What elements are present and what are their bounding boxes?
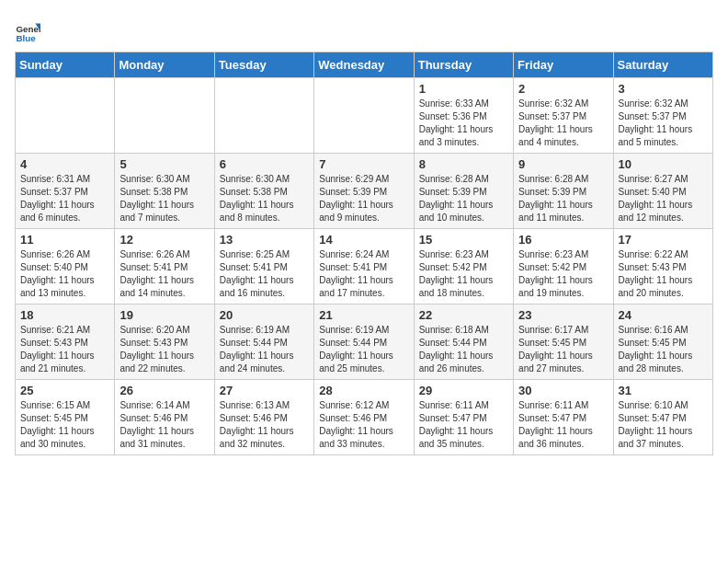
day-info: Sunrise: 6:24 AM Sunset: 5:41 PM Dayligh… [319,248,408,300]
day-info: Sunrise: 6:28 AM Sunset: 5:39 PM Dayligh… [419,173,508,224]
day-info: Sunrise: 6:23 AM Sunset: 5:42 PM Dayligh… [419,248,508,300]
calendar-table: SundayMondayTuesdayWednesdayThursdayFrid… [15,52,713,455]
header-cell-wednesday: Wednesday [314,52,414,78]
calendar-cell: 9Sunrise: 6:28 AM Sunset: 5:39 PM Daylig… [514,154,613,229]
calendar-week-row: 1Sunrise: 6:33 AM Sunset: 5:36 PM Daylig… [16,78,713,154]
day-info: Sunrise: 6:18 AM Sunset: 5:44 PM Dayligh… [419,324,508,375]
calendar-cell: 26Sunrise: 6:14 AM Sunset: 5:46 PM Dayli… [115,380,214,455]
calendar-cell: 12Sunrise: 6:26 AM Sunset: 5:41 PM Dayli… [115,229,214,304]
day-number: 20 [220,308,309,322]
calendar-cell: 22Sunrise: 6:18 AM Sunset: 5:44 PM Dayli… [414,304,513,380]
header-row: SundayMondayTuesdayWednesdayThursdayFrid… [16,52,713,78]
day-info: Sunrise: 6:32 AM Sunset: 5:37 PM Dayligh… [518,98,608,149]
day-number: 9 [518,157,608,171]
day-info: Sunrise: 6:26 AM Sunset: 5:40 PM Dayligh… [20,248,109,300]
day-info: Sunrise: 6:17 AM Sunset: 5:45 PM Dayligh… [518,324,608,375]
day-info: Sunrise: 6:21 AM Sunset: 5:43 PM Dayligh… [20,324,109,375]
calendar-cell: 2Sunrise: 6:32 AM Sunset: 5:37 PM Daylig… [514,78,613,154]
day-number: 27 [220,384,309,397]
calendar-week-row: 11Sunrise: 6:26 AM Sunset: 5:40 PM Dayli… [16,229,713,304]
day-number: 14 [319,233,408,247]
calendar-cell [16,78,115,154]
calendar-cell [314,78,414,154]
day-number: 6 [220,157,309,171]
calendar-cell: 28Sunrise: 6:12 AM Sunset: 5:46 PM Dayli… [314,380,414,455]
calendar-cell: 11Sunrise: 6:26 AM Sunset: 5:40 PM Dayli… [16,229,115,304]
day-number: 11 [20,233,109,247]
day-info: Sunrise: 6:31 AM Sunset: 5:37 PM Dayligh… [20,173,109,224]
calendar-cell: 15Sunrise: 6:23 AM Sunset: 5:42 PM Dayli… [414,229,513,304]
calendar-week-row: 18Sunrise: 6:21 AM Sunset: 5:43 PM Dayli… [16,304,713,380]
day-info: Sunrise: 6:20 AM Sunset: 5:43 PM Dayligh… [119,324,209,375]
day-number: 15 [419,233,508,247]
day-info: Sunrise: 6:13 AM Sunset: 5:46 PM Dayligh… [220,399,309,451]
day-number: 3 [619,82,708,96]
page-header: General Blue [15,15,713,44]
calendar-cell: 16Sunrise: 6:23 AM Sunset: 5:42 PM Dayli… [514,229,613,304]
calendar-cell: 17Sunrise: 6:22 AM Sunset: 5:43 PM Dayli… [613,229,712,304]
header-cell-sunday: Sunday [16,52,115,78]
calendar-cell: 14Sunrise: 6:24 AM Sunset: 5:41 PM Dayli… [314,229,414,304]
header-cell-thursday: Thursday [414,52,513,78]
day-info: Sunrise: 6:32 AM Sunset: 5:37 PM Dayligh… [619,98,708,149]
day-info: Sunrise: 6:33 AM Sunset: 5:36 PM Dayligh… [419,98,508,149]
logo-icon: General Blue [15,18,40,44]
calendar-body: 1Sunrise: 6:33 AM Sunset: 5:36 PM Daylig… [16,78,713,455]
day-number: 25 [20,384,109,397]
calendar-cell: 8Sunrise: 6:28 AM Sunset: 5:39 PM Daylig… [414,154,513,229]
calendar-week-row: 25Sunrise: 6:15 AM Sunset: 5:45 PM Dayli… [16,380,713,455]
day-number: 30 [518,384,608,397]
calendar-cell: 21Sunrise: 6:19 AM Sunset: 5:44 PM Dayli… [314,304,414,380]
calendar-cell [115,78,214,154]
calendar-cell: 19Sunrise: 6:20 AM Sunset: 5:43 PM Dayli… [115,304,214,380]
day-number: 8 [419,157,508,171]
day-number: 19 [119,308,209,322]
day-info: Sunrise: 6:19 AM Sunset: 5:44 PM Dayligh… [220,324,309,375]
day-number: 17 [619,233,708,247]
day-info: Sunrise: 6:25 AM Sunset: 5:41 PM Dayligh… [220,248,309,300]
day-info: Sunrise: 6:11 AM Sunset: 5:47 PM Dayligh… [419,399,508,451]
day-number: 10 [619,157,708,171]
day-number: 12 [119,233,209,247]
day-number: 29 [419,384,508,397]
day-number: 2 [518,82,608,96]
calendar-header: SundayMondayTuesdayWednesdayThursdayFrid… [16,52,713,78]
day-number: 28 [319,384,408,397]
calendar-cell: 27Sunrise: 6:13 AM Sunset: 5:46 PM Dayli… [214,380,313,455]
calendar-cell: 24Sunrise: 6:16 AM Sunset: 5:45 PM Dayli… [613,304,712,380]
calendar-cell: 18Sunrise: 6:21 AM Sunset: 5:43 PM Dayli… [16,304,115,380]
day-info: Sunrise: 6:30 AM Sunset: 5:38 PM Dayligh… [220,173,309,224]
day-number: 1 [419,82,508,96]
calendar-week-row: 4Sunrise: 6:31 AM Sunset: 5:37 PM Daylig… [16,154,713,229]
calendar-cell: 23Sunrise: 6:17 AM Sunset: 5:45 PM Dayli… [514,304,613,380]
header-cell-friday: Friday [514,52,613,78]
day-number: 24 [619,308,708,322]
header-cell-saturday: Saturday [613,52,712,78]
calendar-cell: 20Sunrise: 6:19 AM Sunset: 5:44 PM Dayli… [214,304,313,380]
day-info: Sunrise: 6:19 AM Sunset: 5:44 PM Dayligh… [319,324,408,375]
calendar-cell: 7Sunrise: 6:29 AM Sunset: 5:39 PM Daylig… [314,154,414,229]
calendar-cell: 5Sunrise: 6:30 AM Sunset: 5:38 PM Daylig… [115,154,214,229]
day-info: Sunrise: 6:10 AM Sunset: 5:47 PM Dayligh… [619,399,708,451]
calendar-cell: 4Sunrise: 6:31 AM Sunset: 5:37 PM Daylig… [16,154,115,229]
day-number: 16 [518,233,608,247]
day-info: Sunrise: 6:27 AM Sunset: 5:40 PM Dayligh… [619,173,708,224]
day-info: Sunrise: 6:28 AM Sunset: 5:39 PM Dayligh… [518,173,608,224]
day-info: Sunrise: 6:14 AM Sunset: 5:46 PM Dayligh… [119,399,209,451]
calendar-cell: 3Sunrise: 6:32 AM Sunset: 5:37 PM Daylig… [613,78,712,154]
header-cell-monday: Monday [115,52,214,78]
day-number: 21 [319,308,408,322]
day-info: Sunrise: 6:16 AM Sunset: 5:45 PM Dayligh… [619,324,708,375]
day-number: 4 [20,157,109,171]
day-info: Sunrise: 6:23 AM Sunset: 5:42 PM Dayligh… [518,248,608,300]
day-number: 5 [119,157,209,171]
logo: General Blue [15,18,40,44]
day-number: 13 [220,233,309,247]
day-info: Sunrise: 6:26 AM Sunset: 5:41 PM Dayligh… [119,248,209,300]
header-cell-tuesday: Tuesday [214,52,313,78]
calendar-cell: 31Sunrise: 6:10 AM Sunset: 5:47 PM Dayli… [613,380,712,455]
calendar-cell: 13Sunrise: 6:25 AM Sunset: 5:41 PM Dayli… [214,229,313,304]
calendar-cell: 30Sunrise: 6:11 AM Sunset: 5:47 PM Dayli… [514,380,613,455]
day-info: Sunrise: 6:12 AM Sunset: 5:46 PM Dayligh… [319,399,408,451]
day-number: 7 [319,157,408,171]
